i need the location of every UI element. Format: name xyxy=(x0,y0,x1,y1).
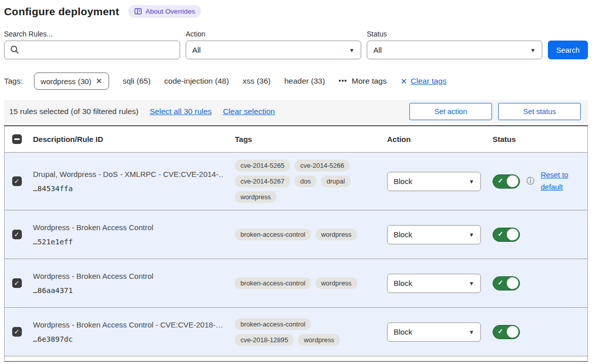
table-header-row: Description/Rule ID Tags Action Status xyxy=(5,126,587,153)
book-icon xyxy=(134,8,142,15)
search-rules-field: Search Rules... xyxy=(4,30,180,59)
tag-option-xss[interactable]: xss (36) xyxy=(242,77,270,86)
rule-description: Wordpress - Broken Access Control - CVE:… xyxy=(33,320,224,329)
row-checkbox[interactable]: ✓ xyxy=(12,278,22,288)
selection-summary: 15 rules selected (of 30 filtered rules) xyxy=(9,107,138,116)
tag-pill: wordpress xyxy=(316,277,357,289)
tag-pill: wordpress xyxy=(235,191,276,203)
set-status-button[interactable]: Set status xyxy=(498,103,581,120)
row-checkbox[interactable]: ✓ xyxy=(12,176,22,186)
column-header-description: Description/Rule ID xyxy=(29,135,231,143)
status-filter-field: Status All ▼ xyxy=(367,30,542,59)
action-filter-select[interactable]: All ▼ xyxy=(186,41,361,59)
clear-tags-button[interactable]: ✕ Clear tags xyxy=(400,77,446,86)
toggle-knob xyxy=(507,175,518,187)
reset-area: ⓘ Reset to default xyxy=(527,169,572,194)
rule-id: …6e3897dc xyxy=(33,335,224,343)
chevron-down-icon: ▼ xyxy=(469,280,474,286)
rules-table: Description/Rule ID Tags Action Status ✓… xyxy=(4,125,588,362)
tag-option-header[interactable]: header (33) xyxy=(284,77,325,86)
search-button[interactable]: Search xyxy=(548,41,588,59)
toggle-knob xyxy=(507,229,518,240)
selected-tag-label: wordpress (30) xyxy=(41,77,91,86)
rule-tags: broken-access-controlcve-2018-12895wordp… xyxy=(231,318,379,346)
tag-option-sqli[interactable]: sqli (65) xyxy=(123,77,151,86)
select-all-checkbox[interactable] xyxy=(12,134,22,144)
table-row: ✓ Wordpress - Broken Access Control …521… xyxy=(5,210,587,259)
rule-tags: broken-access-controlwordpress xyxy=(231,277,379,289)
column-header-action: Action xyxy=(383,135,489,143)
rule-status-toggle[interactable]: ✓ xyxy=(493,228,520,242)
clear-tags-label: Clear tags xyxy=(411,77,447,86)
page-title: Configure deployment xyxy=(4,6,119,18)
tag-pill: broken-access-control xyxy=(235,277,311,289)
rule-action-select[interactable]: Block ▼ xyxy=(387,225,481,244)
remove-tag-icon[interactable]: ✕ xyxy=(96,77,102,86)
search-icon xyxy=(10,45,19,56)
more-tags-button[interactable]: ••• More tags xyxy=(339,77,387,86)
tag-pill: cve-2014-5265 xyxy=(235,160,290,171)
rule-action-select[interactable]: Block ▼ xyxy=(387,172,481,191)
rule-action-value: Block xyxy=(394,230,412,239)
chevron-down-icon: ▼ xyxy=(349,47,355,53)
about-overrides-badge[interactable]: About Overrides xyxy=(128,5,201,18)
rule-status-toggle[interactable]: ✓ xyxy=(493,174,520,189)
rule-description: Wordpress - Broken Access Control xyxy=(33,223,224,232)
set-action-button[interactable]: Set action xyxy=(409,103,492,120)
rule-status-toggle[interactable]: ✓ xyxy=(493,276,520,290)
status-filter-label: Status xyxy=(367,30,542,38)
tag-pill: wordpress xyxy=(316,229,357,240)
action-filter-label: Action xyxy=(186,30,361,38)
table-row: ✓ Wordpress - Broken Access Control - CV… xyxy=(5,308,587,356)
tag-option-code-injection[interactable]: code-injection (48) xyxy=(164,77,229,86)
rule-status-toggle[interactable]: ✓ xyxy=(493,325,520,339)
tag-pill: cve-2014-5267 xyxy=(235,175,290,187)
clear-tags-x-icon: ✕ xyxy=(400,77,407,86)
selected-tag-wordpress[interactable]: wordpress (30) ✕ xyxy=(34,72,109,90)
tag-pill: wordpress xyxy=(298,334,340,346)
tag-pill: drupal xyxy=(321,175,351,187)
page-header: Configure deployment About Overrides xyxy=(4,5,588,18)
table-row: ✓ Drupal, Wordpress - DoS - XMLRPC - CVE… xyxy=(5,153,587,210)
rule-action-value: Block xyxy=(394,177,412,186)
info-icon[interactable]: ⓘ xyxy=(527,176,535,187)
row-checkbox[interactable]: ✓ xyxy=(12,327,22,337)
rule-tags: broken-access-controlwordpress xyxy=(231,229,379,240)
toggle-check-icon: ✓ xyxy=(498,279,503,286)
column-header-status: Status xyxy=(489,135,587,143)
rule-action-value: Block xyxy=(394,279,412,287)
action-filter-value: All xyxy=(192,46,201,54)
tag-pill: broken-access-control xyxy=(235,318,311,330)
table-body: ✓ Drupal, Wordpress - DoS - XMLRPC - CVE… xyxy=(5,153,587,356)
select-all-rules-link[interactable]: Select all 30 rules xyxy=(150,107,212,116)
rule-description: Wordpress - Broken Access Control xyxy=(33,272,224,280)
rule-id: …521e1eff xyxy=(33,238,224,246)
more-tags-label: More tags xyxy=(352,77,387,86)
tag-pill: cve-2014-5266 xyxy=(295,160,350,171)
rule-description: Drupal, Wordpress - DoS - XMLRPC - CVE:C… xyxy=(33,170,224,178)
toggle-check-icon: ✓ xyxy=(498,230,503,238)
row-checkbox[interactable]: ✓ xyxy=(12,230,22,239)
search-rules-label: Search Rules... xyxy=(4,30,180,38)
action-filter-field: Action All ▼ xyxy=(186,30,361,59)
rule-action-select[interactable]: Block ▼ xyxy=(387,274,481,293)
chevron-down-icon: ▼ xyxy=(469,329,474,335)
toggle-knob xyxy=(507,277,518,289)
table-bottom-edge xyxy=(5,356,587,362)
tags-label: Tags: xyxy=(4,77,23,86)
search-rules-input[interactable] xyxy=(4,41,180,59)
rule-action-select[interactable]: Block ▼ xyxy=(387,322,481,342)
reset-to-default-link[interactable]: Reset to default xyxy=(541,169,572,194)
table-row: ✓ Wordpress - Broken Access Control …86a… xyxy=(5,259,587,308)
column-header-tags: Tags xyxy=(231,135,383,143)
tag-pill: broken-access-control xyxy=(235,229,311,240)
chevron-down-icon: ▼ xyxy=(469,178,474,185)
rule-action-value: Block xyxy=(394,327,412,336)
status-filter-select[interactable]: All ▼ xyxy=(367,41,542,59)
about-overrides-label: About Overrides xyxy=(146,8,195,15)
clear-selection-link[interactable]: Clear selection xyxy=(223,107,275,116)
tags-bar: Tags: wordpress (30) ✕ sqli (65) code-in… xyxy=(4,72,588,90)
filters-row: Search Rules... Action All ▼ Status All … xyxy=(4,30,588,59)
tag-pill: dos xyxy=(295,175,317,187)
toggle-check-icon: ✓ xyxy=(498,327,503,335)
